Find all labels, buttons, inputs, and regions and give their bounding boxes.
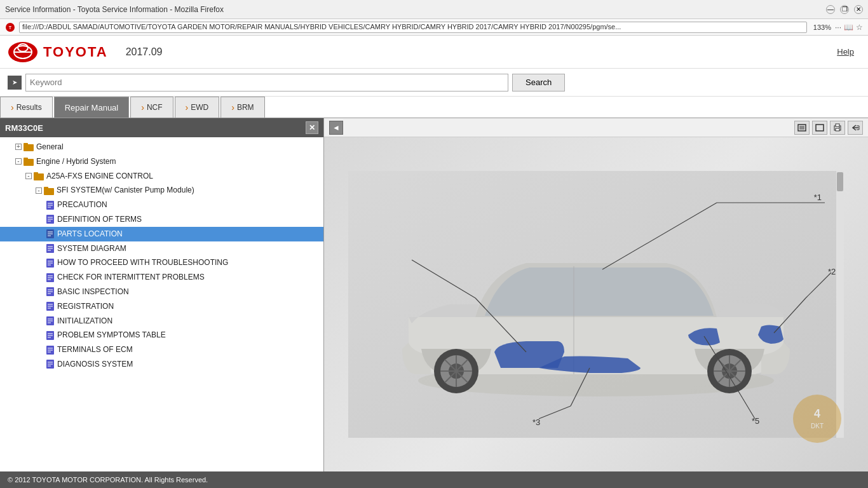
toyota-brand-name: TOYOTA <box>43 44 108 60</box>
browser-toolbar-icons: ··· 📖 ☆ <box>835 23 863 32</box>
folder-icon <box>24 142 34 151</box>
tab-ncf-label: NCF <box>147 103 163 112</box>
search-bar: ➤ Search <box>0 69 868 97</box>
browser-address-bar: T file:///D:/ABDUL SAMAD/AUTOMOTIVE/TOYO… <box>0 19 868 36</box>
svg-text:*2: *2 <box>828 267 836 276</box>
tree-item-label: REGISTRATION <box>57 301 114 312</box>
tree-item-terminals-ecm[interactable]: TERMINALS OF ECM <box>0 342 323 357</box>
svg-rect-13 <box>44 187 48 189</box>
tab-brm[interactable]: BRM <box>220 97 264 118</box>
collapse-icon: - <box>36 187 42 194</box>
tab-results-label: Results <box>17 103 42 112</box>
tree-item-registration[interactable]: REGISTRATION <box>0 299 323 314</box>
search-input[interactable] <box>25 74 508 92</box>
tree-item-initialization[interactable]: INITIALIZATION <box>0 314 323 329</box>
tree-item-a25a-fxs[interactable]: - A25A-FXS ENGINE CONTROL <box>0 169 323 184</box>
main-content: RM33C0E ✕ + General - Engine / Hybr <box>0 118 868 471</box>
zoom-level: 133% <box>813 24 831 31</box>
tree-item-engine-hybrid[interactable]: - Engine / Hybrid System <box>0 154 323 169</box>
tree-navigation[interactable]: + General - Engine / Hybrid System - <box>0 137 323 471</box>
tree-item-label: PROBLEM SYMPTOMS TABLE <box>57 330 166 341</box>
address-url[interactable]: file:///D:/ABDUL SAMAD/AUTOMOTIVE/TOYOTA… <box>19 22 807 33</box>
svg-point-68 <box>839 126 840 128</box>
doc-icon <box>46 331 55 340</box>
left-panel: RM33C0E ✕ + General - Engine / Hybr <box>0 118 324 471</box>
right-toolbar: ◄ <box>324 118 868 137</box>
tree-item-system-diagram[interactable]: SYSTEM DIAGRAM <box>0 241 323 256</box>
tree-item-label: INITIALIZATION <box>57 316 112 327</box>
tree-item-precaution[interactable]: PRECAUTION <box>0 198 323 212</box>
print-button[interactable] <box>830 121 845 135</box>
collapse-icon: - <box>25 173 32 179</box>
content-view: *1 *2 *3 *5 4 DKT <box>324 137 868 471</box>
toyota-emblem <box>8 41 38 63</box>
right-panel: ◄ <box>324 118 868 471</box>
tree-item-label: Engine / Hybrid System <box>36 156 116 167</box>
close-button[interactable]: ✕ <box>854 5 863 14</box>
search-nav-arrow[interactable]: ➤ <box>8 76 22 90</box>
app-version: 2017.09 <box>126 46 163 58</box>
tree-item-label: CHECK FOR INTERMITTENT PROBLEMS <box>57 272 205 283</box>
search-button[interactable]: Search <box>512 74 565 92</box>
doc-icon <box>46 302 55 311</box>
tree-item-label: SFI SYSTEM(w/ Canister Pump Module) <box>57 185 194 196</box>
tree-item-basic-inspection[interactable]: BASIC INSPECTION <box>0 285 323 299</box>
tab-ewd[interactable]: EWD <box>175 97 220 118</box>
expand-icon: + <box>15 144 22 150</box>
svg-rect-63 <box>799 126 804 130</box>
tab-ncf[interactable]: NCF <box>130 97 173 118</box>
doc-icon <box>46 287 55 296</box>
tree-item-label: TERMINALS OF ECM <box>57 344 133 355</box>
svg-rect-11 <box>34 172 38 175</box>
tree-item-intermittent[interactable]: CHECK FOR INTERMITTENT PROBLEMS <box>0 270 323 285</box>
tabs-bar: Results Repair Manual NCF EWD BRM <box>0 97 868 118</box>
bookmark-icon[interactable]: ☆ <box>856 23 863 32</box>
fit-page-button[interactable] <box>794 121 810 135</box>
tree-item-diagnosis-system[interactable]: DIAGNOSIS SYSTEM <box>0 357 323 372</box>
tree-item-label: PARTS LOCATION <box>57 229 123 240</box>
tree-item-sfi-system[interactable]: - SFI SYSTEM(w/ Canister Pump Module) <box>0 183 323 198</box>
svg-rect-7 <box>24 143 28 146</box>
minimize-button[interactable]: — <box>826 5 835 14</box>
doc-icon <box>46 229 55 238</box>
car-illustration-svg: *1 *2 *3 *5 <box>348 171 844 438</box>
doc-icon <box>46 259 55 268</box>
svg-rect-67 <box>836 128 839 131</box>
tab-results[interactable]: Results <box>0 97 53 118</box>
fit-width-button[interactable] <box>812 121 827 135</box>
tree-item-label: BASIC INSPECTION <box>57 287 129 297</box>
svg-rect-101 <box>837 172 843 191</box>
svg-rect-9 <box>24 158 28 160</box>
footer: © 2012 TOYOTA MOTOR CORPORATION. All Rig… <box>0 471 868 488</box>
reader-view-icon[interactable]: 📖 <box>844 23 853 32</box>
browser-titlebar: Service Information - Toyota Service Inf… <box>0 0 868 19</box>
tree-item-label: A25A-FXS ENGINE CONTROL <box>46 171 153 182</box>
svg-text:*1: *1 <box>814 193 822 202</box>
collapse-icon: - <box>15 158 22 165</box>
restore-button[interactable]: ❐ <box>840 5 849 14</box>
svg-rect-66 <box>836 124 839 126</box>
collapse-left-button[interactable]: ◄ <box>329 121 343 135</box>
tree-item-label: SYSTEM DIAGRAM <box>57 243 126 254</box>
doc-icon <box>46 244 55 253</box>
tree-item-general[interactable]: + General <box>0 140 323 154</box>
doc-icon <box>46 201 55 210</box>
tree-item-parts-location[interactable]: PARTS LOCATION <box>0 227 323 241</box>
tab-repair-manual[interactable]: Repair Manual <box>54 97 130 118</box>
tree-item-label: DEFINITION OF TERMS <box>57 214 142 225</box>
tree-item-problem-symptoms[interactable]: PROBLEM SYMPTOMS TABLE <box>0 328 323 342</box>
help-link[interactable]: Help <box>837 47 854 57</box>
tree-item-definition[interactable]: DEFINITION OF TERMS <box>0 212 323 227</box>
more-options-icon[interactable]: ··· <box>835 23 841 32</box>
tree-item-label: DIAGNOSIS SYSTEM <box>57 359 133 370</box>
doc-icon <box>46 346 55 355</box>
car-diagram: *1 *2 *3 *5 4 DKT <box>324 137 868 471</box>
svg-rect-100 <box>836 171 844 438</box>
folder-icon <box>24 157 34 166</box>
panel-close-button[interactable]: ✕ <box>306 121 318 134</box>
tree-item-troubleshooting[interactable]: HOW TO PROCEED WITH TROUBLESHOOTING <box>0 255 323 270</box>
browser-title: Service Information - Toyota Service Inf… <box>5 5 224 14</box>
doc-icon <box>46 316 55 325</box>
back-button[interactable] <box>848 121 863 135</box>
panel-header: RM33C0E ✕ <box>0 118 323 137</box>
